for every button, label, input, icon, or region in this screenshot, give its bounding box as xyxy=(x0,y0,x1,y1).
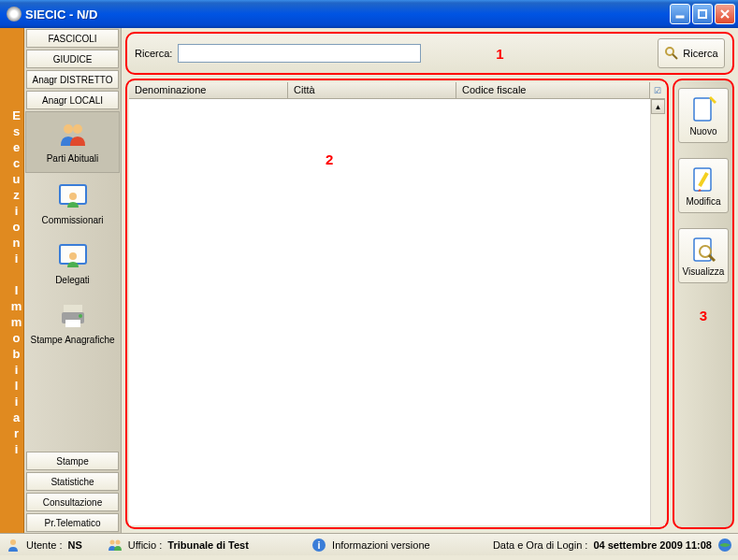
svg-point-11 xyxy=(79,314,82,318)
svg-line-13 xyxy=(673,54,677,59)
annotation-3: 3 xyxy=(700,308,707,323)
nav-consultazione[interactable]: Consultazione xyxy=(26,493,119,511)
nav-item-label: Delegati xyxy=(55,275,90,286)
grid-corner-icon[interactable]: ☑ xyxy=(650,82,665,98)
svg-rect-8 xyxy=(64,305,82,312)
svg-point-12 xyxy=(666,48,673,55)
nav-item-commissionari[interactable]: Commissionari xyxy=(24,174,121,234)
annotation-1: 1 xyxy=(496,46,503,62)
svg-point-2 xyxy=(64,124,73,134)
nav-fascicoli[interactable]: FASCICOLI xyxy=(26,29,119,48)
col-denominazione[interactable]: Denominazione xyxy=(129,82,288,98)
nav-item-parti-abituali[interactable]: Parti Abituali xyxy=(25,111,120,173)
search-panel: Ricerca: 1 Ricerca xyxy=(125,32,734,75)
svg-rect-14 xyxy=(694,98,711,121)
nav-column: FASCICOLI GIUDICE Anagr DISTRETTO Anagr … xyxy=(24,28,122,533)
nav-item-label: Commissionari xyxy=(41,215,103,226)
edit-document-icon xyxy=(688,165,718,194)
people-icon xyxy=(108,538,123,553)
card-person-icon xyxy=(58,241,88,271)
status-user-label: Utente : xyxy=(26,539,63,551)
search-icon xyxy=(664,46,679,61)
minimize-button[interactable] xyxy=(670,4,690,24)
search-button[interactable]: Ricerca xyxy=(658,38,725,68)
action-label: Visualizza xyxy=(683,266,725,277)
app-icon xyxy=(7,7,22,22)
col-citta[interactable]: Città xyxy=(288,82,456,98)
module-title-strip: Esecuzioni Immobiliari xyxy=(0,28,24,533)
window-title: SIECIC - N/D xyxy=(25,7,670,22)
nav-anagr-locali[interactable]: Anagr LOCALI xyxy=(26,91,119,109)
grid-body[interactable]: 2 ▲ xyxy=(129,99,665,525)
visualizza-button[interactable]: Visualizza xyxy=(678,228,729,283)
search-input[interactable] xyxy=(178,44,421,63)
svg-rect-0 xyxy=(676,16,684,18)
status-info-link[interactable]: Informazioni versione xyxy=(332,539,430,551)
nav-item-label: Parti Abituali xyxy=(47,153,99,165)
status-office-label: Ufficio : xyxy=(128,539,162,551)
printer-icon xyxy=(58,301,88,331)
annotation-2: 2 xyxy=(326,151,333,167)
scrollbar[interactable]: ▲ xyxy=(650,99,665,525)
grid-header: Denominazione Città Codice fiscale ☑ xyxy=(129,82,665,99)
svg-point-24 xyxy=(115,539,120,544)
nav-item-stampe-anagrafiche[interactable]: Stampe Anagrafiche xyxy=(24,294,121,353)
titlebar: SIECIC - N/D xyxy=(0,0,738,28)
card-person-icon xyxy=(58,181,88,211)
nav-anagr-distretto[interactable]: Anagr DISTRETTO xyxy=(26,70,119,89)
view-document-icon xyxy=(688,235,718,265)
svg-text:i: i xyxy=(318,539,321,551)
nav-stampe[interactable]: Stampe xyxy=(26,452,119,470)
new-document-icon xyxy=(688,94,718,124)
main-area: Ricerca: 1 Ricerca Denominazione Città C… xyxy=(122,28,738,533)
globe-icon[interactable] xyxy=(717,538,732,553)
search-label: Ricerca: xyxy=(135,48,172,59)
svg-point-3 xyxy=(73,124,82,134)
status-office-value: Tribunale di Test xyxy=(167,539,249,551)
nav-giudice[interactable]: GIUDICE xyxy=(26,50,119,68)
search-button-label: Ricerca xyxy=(683,48,717,59)
svg-point-23 xyxy=(109,539,114,544)
col-codice-fiscale[interactable]: Codice fiscale xyxy=(456,82,650,98)
nav-item-label: Stampe Anagrafiche xyxy=(30,335,114,346)
action-label: Modifica xyxy=(686,196,720,207)
action-label: Nuovo xyxy=(690,126,717,136)
maximize-button[interactable] xyxy=(692,4,713,24)
svg-rect-1 xyxy=(699,10,706,18)
nav-pr-telematico[interactable]: Pr.Telematico xyxy=(26,513,119,532)
scroll-up-icon[interactable]: ▲ xyxy=(651,99,665,114)
status-login-label: Data e Ora di Login : xyxy=(493,539,588,551)
status-bar: Utente : NS Ufficio : Tribunale di Test … xyxy=(0,533,738,555)
modifica-button[interactable]: Modifica xyxy=(678,158,729,213)
action-panel: Nuovo Modifica Visualizza 3 xyxy=(673,79,734,529)
svg-point-7 xyxy=(69,252,77,260)
people-icon xyxy=(58,120,88,150)
status-user-value: NS xyxy=(68,539,82,551)
nav-statistiche[interactable]: Statistiche xyxy=(26,472,119,491)
info-icon: i xyxy=(311,538,326,553)
svg-point-5 xyxy=(69,193,77,200)
user-icon xyxy=(6,538,21,553)
svg-rect-19 xyxy=(694,238,711,261)
results-grid: Denominazione Città Codice fiscale ☑ 2 ▲ xyxy=(125,79,669,529)
close-button[interactable] xyxy=(715,4,735,24)
svg-point-22 xyxy=(10,539,16,545)
nuovo-button[interactable]: Nuovo xyxy=(678,88,729,143)
status-login-value: 04 settembre 2009 11:08 xyxy=(593,539,712,551)
svg-rect-10 xyxy=(65,320,80,327)
nav-item-delegati[interactable]: Delegati xyxy=(24,234,121,294)
